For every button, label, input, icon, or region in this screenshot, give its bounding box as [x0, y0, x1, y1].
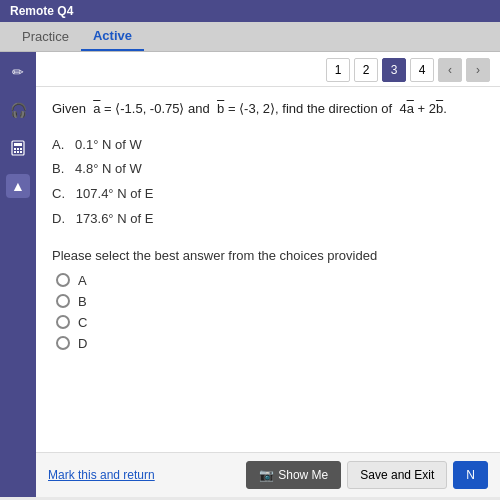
next-button[interactable]: N	[453, 461, 488, 489]
choice-b: B. 4.8° N of W	[52, 157, 484, 182]
question-nav: 1 2 3 4 ‹ ›	[36, 52, 500, 87]
footer-buttons: 📷 Show Me Save and Exit N	[246, 461, 488, 489]
calculator-icon[interactable]	[6, 136, 30, 160]
radio-option-c[interactable]: C	[56, 315, 484, 330]
q-btn-3[interactable]: 3	[382, 58, 406, 82]
svg-rect-2	[14, 148, 16, 150]
next-question-btn[interactable]: ›	[466, 58, 490, 82]
q-btn-4[interactable]: 4	[410, 58, 434, 82]
choice-c: C. 107.4° N of E	[52, 182, 484, 207]
show-me-button[interactable]: 📷 Show Me	[246, 461, 341, 489]
choice-d: D. 173.6° N of E	[52, 207, 484, 232]
radio-option-d[interactable]: D	[56, 336, 484, 351]
camera-icon: 📷	[259, 468, 274, 482]
question-body: Given a = ⟨-1.5, -0.75⟩ and b = ⟨-3, 2⟩,…	[36, 87, 500, 452]
sidebar: ✏ 🎧 ▲	[0, 52, 36, 497]
choice-a: A. 0.1° N of W	[52, 133, 484, 158]
prev-question-btn[interactable]: ‹	[438, 58, 462, 82]
app-title: Remote Q4	[10, 4, 73, 18]
main-layout: ✏ 🎧 ▲ 1 2 3 4 ‹ ›	[0, 52, 500, 497]
save-exit-button[interactable]: Save and Exit	[347, 461, 447, 489]
svg-rect-5	[14, 151, 16, 153]
answer-choices: A. 0.1° N of W B. 4.8° N of W C. 107.4° …	[52, 133, 484, 232]
question-text: Given a = ⟨-1.5, -0.75⟩ and b = ⟨-3, 2⟩,…	[52, 99, 484, 119]
svg-rect-1	[14, 143, 22, 146]
svg-rect-3	[17, 148, 19, 150]
pencil-icon[interactable]: ✏	[6, 60, 30, 84]
top-bar: Remote Q4	[0, 0, 500, 22]
content-area: 1 2 3 4 ‹ › Given a = ⟨-1.5, -0.75⟩ and …	[36, 52, 500, 497]
tab-practice[interactable]: Practice	[10, 23, 81, 50]
arrow-up-icon[interactable]: ▲	[6, 174, 30, 198]
radio-options: A B C D	[56, 273, 484, 351]
mark-return-link[interactable]: Mark this and return	[48, 468, 155, 482]
tab-bar: Practice Active	[0, 22, 500, 52]
tab-active[interactable]: Active	[81, 22, 144, 51]
radio-option-a[interactable]: A	[56, 273, 484, 288]
q-btn-1[interactable]: 1	[326, 58, 350, 82]
q-btn-2[interactable]: 2	[354, 58, 378, 82]
radio-circle-a[interactable]	[56, 273, 70, 287]
svg-rect-4	[20, 148, 22, 150]
svg-rect-6	[17, 151, 19, 153]
svg-rect-7	[20, 151, 22, 153]
radio-option-b[interactable]: B	[56, 294, 484, 309]
radio-circle-c[interactable]	[56, 315, 70, 329]
radio-circle-d[interactable]	[56, 336, 70, 350]
headphones-icon[interactable]: 🎧	[6, 98, 30, 122]
footer: Mark this and return 📷 Show Me Save and …	[36, 452, 500, 497]
radio-circle-b[interactable]	[56, 294, 70, 308]
select-prompt: Please select the best answer from the c…	[52, 248, 484, 263]
